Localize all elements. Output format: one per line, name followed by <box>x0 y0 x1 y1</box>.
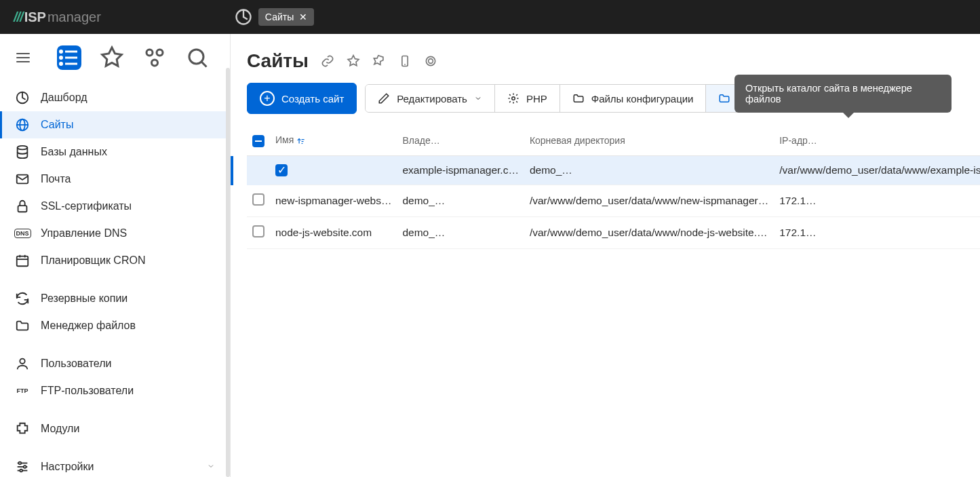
row-checkbox[interactable] <box>252 193 264 206</box>
calendar-icon <box>15 253 30 268</box>
row-checkbox[interactable] <box>252 225 264 237</box>
nav-label: Настройки <box>41 461 94 473</box>
col-ip[interactable]: IP-адр… <box>774 125 980 156</box>
nav-label: Модули <box>41 423 79 435</box>
svg-point-34 <box>426 56 435 65</box>
nav-label: Базы данных <box>41 146 107 158</box>
database-icon <box>15 145 30 159</box>
device-icon[interactable] <box>398 54 412 68</box>
sidebar-item-mail[interactable]: Почта <box>0 166 230 193</box>
favorites-button[interactable] <box>100 45 124 70</box>
col-owner[interactable]: Владе… <box>397 125 524 156</box>
folder-icon <box>15 318 30 333</box>
tab-sites[interactable]: Сайты ✕ <box>258 8 314 26</box>
sidebar-item-settings[interactable]: Настройки <box>0 453 230 477</box>
config-files-button[interactable]: Файлы конфигурации <box>560 85 707 112</box>
svg-point-4 <box>60 51 62 53</box>
main-content: Открыть каталог сайта в менеджере файлов… <box>231 34 980 477</box>
sidebar-item-dashboard[interactable]: Дашборд <box>0 84 230 111</box>
svg-point-27 <box>19 462 22 465</box>
ftp-icon: FTP <box>15 383 30 398</box>
sidebar-item-ftp[interactable]: FTP FTP-пользователи <box>0 377 230 404</box>
svg-point-5 <box>60 57 62 59</box>
folder-open-icon <box>718 92 730 104</box>
lock-icon <box>15 199 30 214</box>
sidebar-item-ssl[interactable]: SSL-сертификаты <box>0 193 230 220</box>
php-button[interactable]: PHP <box>495 85 560 112</box>
backup-icon <box>15 291 30 306</box>
page-title: Сайты <box>247 50 309 72</box>
svg-point-9 <box>152 60 158 66</box>
svg-point-28 <box>24 465 26 468</box>
puzzle-icon <box>15 421 30 436</box>
dashboard-top-icon[interactable] <box>234 7 253 26</box>
nav-label: Менеджер файлов <box>41 320 136 332</box>
search-button[interactable] <box>185 45 210 70</box>
svg-point-10 <box>189 50 203 64</box>
svg-point-23 <box>20 359 24 364</box>
col-root[interactable]: Корневая директория <box>524 125 774 156</box>
nav-label: Сайты <box>41 119 73 131</box>
svg-point-7 <box>146 50 153 56</box>
svg-point-36 <box>512 97 515 100</box>
row-checkbox[interactable]: ✓ <box>275 164 288 176</box>
gauge-icon <box>15 90 30 105</box>
tab-label: Сайты <box>265 12 294 22</box>
star-icon[interactable] <box>347 54 360 68</box>
user-icon <box>15 356 30 371</box>
chevron-down-icon <box>207 461 215 473</box>
globe-icon <box>15 117 30 132</box>
view-list-button[interactable] <box>57 45 81 70</box>
tab-close-icon[interactable]: ✕ <box>299 12 307 22</box>
svg-point-35 <box>429 59 433 64</box>
nav-label: Планировщик CRON <box>41 254 145 267</box>
svg-line-11 <box>201 62 207 67</box>
table-row[interactable]: new-ispmanager-webs… demo_… /var/www/dem… <box>247 185 980 217</box>
svg-point-6 <box>60 63 62 65</box>
shortcuts-button[interactable] <box>142 45 167 70</box>
col-name[interactable]: Имя <box>270 125 397 156</box>
nav-label: Управление DNS <box>41 227 127 240</box>
table-row[interactable]: node-js-website.com demo_… /var/www/demo… <box>247 216 980 248</box>
svg-point-8 <box>157 50 163 56</box>
sidebar-item-backups[interactable]: Резервные копии <box>0 285 230 312</box>
table-header-row: Имя Владе… Корневая директория IP-адр… П… <box>247 125 980 156</box>
tooltip: Открыть каталог сайта в менеджере файлов <box>734 75 952 113</box>
edit-button[interactable]: Редактировать <box>366 85 495 112</box>
dns-icon: DNS <box>15 226 30 241</box>
sites-table: Имя Владе… Корневая директория IP-адр… П… <box>247 125 980 249</box>
sidebar-item-filemanager[interactable]: Менеджер файлов <box>0 312 230 339</box>
nav-label: FTP-пользователи <box>41 385 134 397</box>
link-icon[interactable] <box>321 54 334 68</box>
svg-rect-18 <box>18 206 27 212</box>
select-all-checkbox[interactable] <box>252 135 264 147</box>
logo[interactable]: /// ISPmanager <box>14 9 101 25</box>
gear-icon <box>507 92 520 104</box>
refresh-icon[interactable] <box>424 54 437 68</box>
nav-label: Дашборд <box>41 92 87 104</box>
pin-icon[interactable] <box>372 54 386 68</box>
sidebar-item-sites[interactable]: Сайты <box>0 111 230 138</box>
sidebar-item-databases[interactable]: Базы данных <box>0 138 230 166</box>
topbar: /// ISPmanager Сайты ✕ <box>0 0 980 34</box>
sidebar-item-dns[interactable]: DNS Управление DNS <box>0 220 230 247</box>
sidebar: Дашборд Сайты Базы данных Почта SSL-серт… <box>0 34 231 477</box>
table-row[interactable]: ✓ example-ispmanager.c… demo_… /var/www/… <box>247 156 980 185</box>
create-site-button[interactable]: + Создать сайт <box>247 83 357 114</box>
menu-toggle[interactable] <box>11 45 35 70</box>
sort-asc-icon <box>296 136 306 146</box>
mail-icon <box>15 172 30 187</box>
nav-label: Резервные копии <box>41 292 128 305</box>
sidebar-item-users[interactable]: Пользователи <box>0 350 230 377</box>
nav-label: SSL-сертификаты <box>41 200 132 212</box>
svg-point-29 <box>20 470 22 472</box>
nav-label: Почта <box>41 173 71 185</box>
sidebar-item-modules[interactable]: Модули <box>0 415 230 442</box>
svg-point-16 <box>18 146 28 150</box>
sliders-icon <box>15 459 30 474</box>
nav-label: Пользователи <box>41 358 111 370</box>
chevron-down-icon <box>474 93 482 104</box>
pencil-icon <box>378 92 390 104</box>
sidebar-item-cron[interactable]: Планировщик CRON <box>0 247 230 274</box>
svg-rect-19 <box>17 256 28 267</box>
